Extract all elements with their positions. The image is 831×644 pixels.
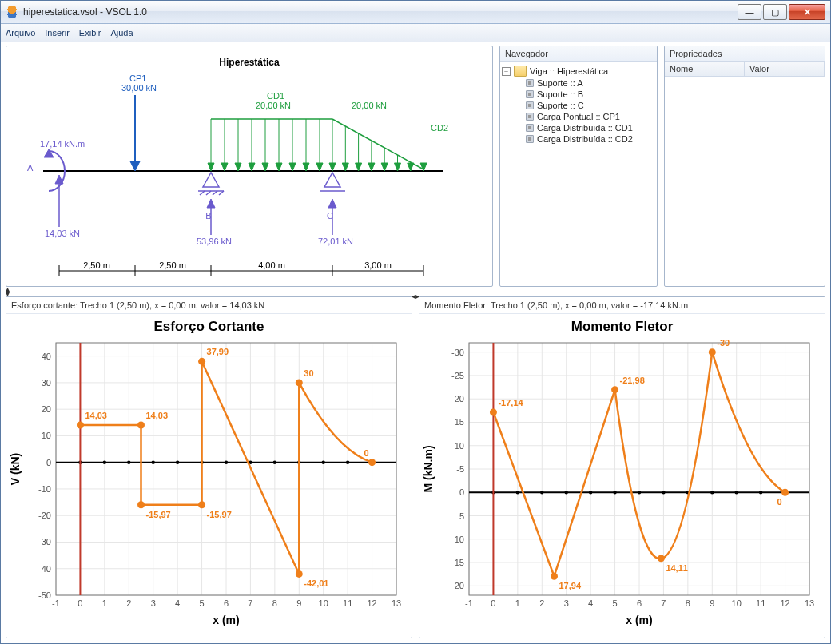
collapse-icon[interactable]: – (502, 67, 511, 76)
svg-point-233 (551, 573, 558, 580)
menu-exibir[interactable]: Exibir (79, 28, 101, 38)
svg-text:M (kN.m): M (kN.m) (422, 445, 435, 492)
svg-text:12: 12 (780, 598, 789, 608)
svg-text:x (m): x (m) (626, 614, 652, 626)
tree-item[interactable]: Suporte :: B (502, 89, 655, 100)
menu-arquivo[interactable]: Arquivo (6, 28, 35, 38)
shear-status: Esforço cortante: Trecho 1 (2,50 m), x =… (6, 297, 412, 314)
svg-text:30: 30 (42, 378, 51, 388)
chevron-right-icon: ▸ (416, 292, 419, 300)
svg-text:-21,98: -21,98 (620, 376, 645, 385)
window-title: hiperestatica.vsol - VSOL 1.0 (23, 6, 736, 18)
svg-text:3: 3 (151, 598, 156, 608)
svg-text:B: B (205, 211, 211, 221)
app-icon (6, 6, 18, 18)
svg-text:14,03 kN: 14,03 kN (45, 229, 80, 238)
svg-point-105 (103, 460, 106, 463)
titlebar[interactable]: hiperestatica.vsol - VSOL 1.0 — ▢ ✕ (1, 1, 830, 24)
svg-marker-51 (356, 163, 362, 171)
svg-point-147 (137, 422, 145, 429)
moment-chart-panel: Momento Fletor: Trecho 1 (2,50 m), x = 0… (419, 296, 825, 638)
beam-diagram: Hiperestática 17,14 kN.m A 14,03 kN (11, 51, 487, 281)
svg-text:4,00 m: 4,00 m (258, 260, 285, 270)
node-icon (526, 90, 534, 98)
svg-text:40: 40 (42, 352, 51, 361)
svg-point-231 (490, 408, 497, 415)
svg-text:5: 5 (459, 511, 464, 521)
svg-text:12: 12 (367, 598, 376, 608)
svg-text:10: 10 (455, 535, 464, 544)
svg-text:-15: -15 (451, 417, 464, 427)
svg-text:6: 6 (637, 598, 642, 608)
svg-point-194 (613, 491, 616, 494)
node-icon (526, 124, 534, 132)
moment-chart[interactable]: -1012345678910111213-30-25-20-15-10-5051… (419, 336, 821, 632)
svg-point-193 (589, 491, 592, 494)
svg-text:0: 0 (777, 497, 781, 507)
svg-point-112 (273, 460, 276, 463)
svg-point-149 (137, 501, 145, 508)
svg-point-192 (565, 491, 568, 494)
svg-text:1: 1 (515, 598, 520, 608)
svg-text:8: 8 (686, 598, 690, 608)
svg-point-110 (225, 460, 228, 463)
svg-marker-24 (328, 199, 336, 208)
svg-text:-20: -20 (38, 511, 51, 520)
svg-marker-45 (316, 163, 323, 171)
svg-point-196 (662, 491, 665, 494)
svg-marker-59 (408, 163, 414, 171)
beam-diagram-panel[interactable]: Hiperestática 17,14 kN.m A 14,03 kN (6, 46, 493, 287)
svg-text:0: 0 (46, 458, 51, 467)
svg-text:7: 7 (248, 598, 252, 608)
shear-chart[interactable]: -1012345678910111213-50-40-30-20-1001020… (6, 336, 408, 632)
navigator-tree[interactable]: – Viga :: Hiperestática Suporte :: ASupo… (500, 62, 657, 148)
svg-point-241 (781, 489, 789, 496)
svg-text:11: 11 (756, 598, 765, 608)
menu-inserir[interactable]: Inserir (45, 28, 70, 38)
tree-item[interactable]: Carga Distribuída :: CD2 (502, 133, 655, 145)
svg-text:17,94: 17,94 (559, 581, 582, 590)
maximize-button[interactable]: ▢ (763, 4, 787, 20)
svg-point-114 (322, 460, 325, 463)
svg-text:0: 0 (78, 598, 82, 608)
tree-root-label: Viga :: Hiperestática (530, 66, 608, 76)
svg-text:10: 10 (732, 598, 742, 608)
svg-text:2: 2 (126, 598, 131, 608)
tree-item[interactable]: Suporte :: A (502, 78, 655, 89)
node-icon (526, 101, 534, 109)
tree-item[interactable]: Carga Pontual :: CP1 (502, 111, 655, 122)
node-icon (526, 135, 534, 143)
svg-text:-50: -50 (38, 590, 51, 600)
svg-marker-33 (235, 163, 241, 171)
svg-text:17,14 kN.m: 17,14 kN.m (40, 139, 85, 149)
menubar: Arquivo Inserir Exibir Ajuda (1, 24, 830, 42)
menu-ajuda[interactable]: Ajuda (110, 28, 133, 38)
beam-title: Hiperestática (219, 57, 280, 68)
svg-text:0: 0 (364, 448, 368, 458)
tree-item[interactable]: Suporte :: C (502, 100, 655, 111)
close-button[interactable]: ✕ (789, 4, 825, 20)
svg-text:2,50 m: 2,50 m (159, 260, 186, 270)
svg-point-155 (296, 570, 303, 578)
tree-item[interactable]: Carga Distribuída :: CD1 (502, 122, 655, 133)
svg-marker-49 (342, 163, 348, 171)
svg-text:-42,01: -42,01 (304, 578, 328, 588)
svg-point-108 (176, 460, 179, 463)
svg-marker-47 (329, 163, 336, 171)
svg-line-65 (332, 119, 423, 169)
svg-marker-31 (221, 163, 228, 171)
svg-marker-35 (249, 163, 255, 171)
svg-text:2: 2 (539, 598, 544, 608)
tree-root[interactable]: – Viga :: Hiperestática (502, 65, 655, 78)
svg-text:9: 9 (296, 598, 301, 608)
svg-text:-20: -20 (451, 394, 464, 403)
shear-chart-title: Esforço Cortante (6, 314, 412, 336)
svg-marker-18 (207, 199, 215, 208)
minimize-button[interactable]: — (738, 4, 761, 20)
vertical-splitter[interactable]: ◂▸ (412, 296, 419, 638)
properties-col-name: Nome (665, 62, 745, 76)
shear-chart-panel: Esforço cortante: Trecho 1 (2,50 m), x =… (6, 296, 412, 638)
svg-text:30: 30 (304, 368, 313, 378)
svg-point-106 (127, 460, 130, 463)
svg-marker-41 (289, 163, 296, 171)
